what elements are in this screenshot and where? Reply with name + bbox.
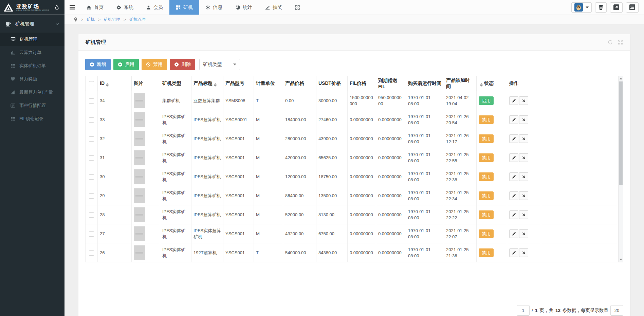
page-input[interactable]	[517, 305, 530, 316]
trash-button[interactable]	[595, 2, 607, 13]
sidebar-item[interactable]: FIL锁仓记录	[0, 112, 65, 125]
breadcrumb-link[interactable]: 矿机管理	[129, 17, 146, 22]
disable-button[interactable]: 禁用	[142, 59, 167, 70]
breadcrumb-link[interactable]: 矿机	[87, 17, 95, 22]
row-checkbox[interactable]	[89, 155, 94, 161]
column-header[interactable]: 产品标题	[191, 76, 223, 91]
delete-row-button[interactable]	[519, 115, 528, 124]
cell-gift-fil: 0.00000000	[376, 205, 406, 224]
column-header[interactable]: USDT价格	[316, 76, 348, 91]
cell-product-title: 192T超算机	[191, 243, 223, 262]
cell-status: 禁用	[477, 205, 507, 224]
delete-row-button[interactable]	[519, 229, 528, 238]
edit-button[interactable]	[509, 153, 518, 162]
cell-fil-price: 0.00000000	[348, 224, 376, 243]
scroll-up-arrow[interactable]	[619, 76, 623, 81]
column-header[interactable]: 产品添加时间	[444, 76, 477, 91]
cell-unit: M	[254, 205, 283, 224]
sidebar-item[interactable]: 矿机管理	[0, 33, 65, 46]
cell-price: 86400.00	[283, 186, 316, 205]
sidebar-item[interactable]: 最新算力单T产量	[0, 86, 65, 99]
cell-added-time: 2021-01-25 22:55	[444, 148, 477, 167]
brand-name: 亚数矿场	[16, 4, 49, 9]
delete-row-button[interactable]	[519, 210, 528, 219]
column-header[interactable]: 购买后运行时间	[406, 76, 444, 91]
topnav-item[interactable]: 会员	[140, 0, 169, 15]
external-link-button[interactable]	[610, 2, 623, 13]
row-checkbox[interactable]	[89, 117, 94, 123]
column-header[interactable]: 图片	[132, 76, 160, 91]
topnav-item[interactable]: 矿机	[169, 0, 199, 15]
sort-icon[interactable]	[480, 83, 483, 87]
edit-button[interactable]	[509, 191, 518, 200]
edit-button[interactable]	[509, 134, 518, 143]
add-button[interactable]: 新增	[85, 59, 111, 70]
sidebar-item[interactable]: 币种行情配置	[0, 99, 65, 112]
column-header[interactable]: 操作	[507, 76, 541, 91]
edit-button[interactable]	[509, 229, 518, 238]
topnav-item[interactable]: 系统	[110, 0, 140, 15]
row-checkbox[interactable]	[89, 250, 94, 256]
expand-icon[interactable]	[618, 40, 623, 45]
column-header[interactable]: 产品价格	[283, 76, 316, 91]
topnav-item[interactable]: 首页	[80, 0, 110, 15]
sidebar-item[interactable]: 云算力订单	[0, 46, 65, 59]
sort-icon[interactable]	[106, 83, 109, 87]
column-header[interactable]: ID	[98, 76, 132, 91]
column-header[interactable]: 矿机类型	[160, 76, 191, 91]
sidebar-toggle-button[interactable]	[65, 0, 80, 15]
sidebar-item[interactable]: 实体矿机订单	[0, 59, 65, 72]
delete-row-button[interactable]	[519, 153, 528, 162]
cell-added-time: 2021-01-25 21:36	[444, 243, 477, 262]
user-menu-button[interactable]	[571, 2, 592, 13]
edit-button[interactable]	[509, 248, 518, 257]
select-all-checkbox[interactable]	[89, 81, 94, 86]
row-checkbox[interactable]	[89, 174, 94, 180]
topnav-item[interactable]: 统计	[229, 0, 259, 15]
delete-row-button[interactable]	[519, 248, 528, 257]
column-header[interactable]: 产品型号	[223, 76, 254, 91]
column-header[interactable]: 状态	[477, 76, 507, 91]
table-row: 30IPFS实体矿机IPFS超算矿机YSCS001M120000.0018750…	[86, 167, 618, 186]
delete-row-button[interactable]	[519, 191, 528, 200]
cell-id: 30	[98, 167, 132, 186]
column-header[interactable]: 到期赠送FIL	[376, 76, 406, 91]
column-header[interactable]: FIL价格	[348, 76, 376, 91]
pencil-icon	[512, 213, 516, 217]
sort-icon[interactable]	[214, 83, 217, 87]
column-header[interactable]: 计量单位	[254, 76, 283, 91]
topnav-item[interactable]	[289, 0, 306, 15]
enable-button[interactable]: 启用	[113, 59, 139, 70]
sidebar-item-label: 币种行情配置	[19, 103, 46, 109]
topnav-item[interactable]: 抽奖	[259, 0, 289, 15]
edit-button[interactable]	[509, 115, 518, 124]
cell-actions	[507, 148, 541, 167]
sidebar-section-mining[interactable]: 矿机管理	[0, 15, 65, 33]
edit-button[interactable]	[509, 172, 518, 181]
edit-button[interactable]	[509, 96, 518, 105]
scroll-down-arrow[interactable]	[619, 257, 623, 262]
breadcrumb-link[interactable]: 矿机管理	[104, 17, 120, 22]
delete-row-button[interactable]	[519, 172, 528, 181]
menu-list-button[interactable]	[626, 2, 639, 13]
delete-row-button[interactable]	[519, 96, 528, 105]
cell-product-model: YSCS001	[223, 205, 254, 224]
edit-button[interactable]	[509, 210, 518, 219]
row-checkbox[interactable]	[89, 136, 94, 142]
row-checkbox[interactable]	[89, 98, 94, 104]
row-checkbox[interactable]	[89, 231, 94, 237]
sidebar-item[interactable]: 算力奖励	[0, 72, 65, 86]
table-scrollbar[interactable]	[618, 76, 623, 262]
row-checkbox[interactable]	[89, 193, 94, 199]
row-checkbox[interactable]	[89, 212, 94, 218]
delete-button[interactable]: 删除	[170, 59, 195, 70]
delete-row-button[interactable]	[519, 134, 528, 143]
refresh-icon[interactable]	[608, 40, 613, 45]
x-icon	[522, 156, 526, 160]
topnav-item[interactable]: 信息	[199, 0, 229, 15]
cell-price: 420000.00	[283, 148, 316, 167]
cell-image	[132, 186, 160, 205]
scroll-thumb[interactable]	[619, 81, 623, 185]
miner-type-select[interactable]: 矿机类型	[199, 59, 240, 70]
page-size-input[interactable]	[610, 305, 623, 316]
